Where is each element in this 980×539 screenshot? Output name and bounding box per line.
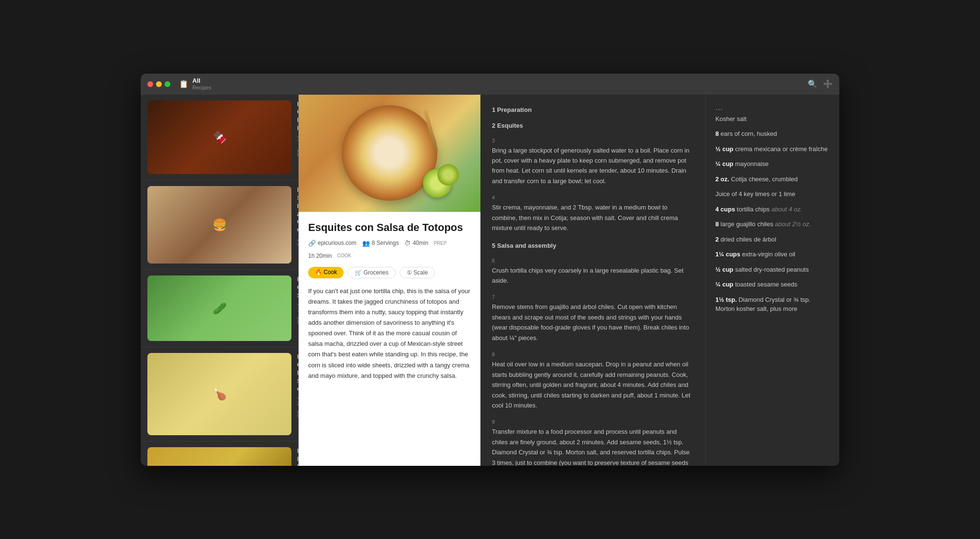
step-item: 6Crush tortilla chips very coarsely in a… bbox=[492, 258, 694, 286]
search-icon[interactable]: 🔍 bbox=[808, 79, 817, 88]
ingredient-name: extra-virgin olive oil bbox=[742, 251, 795, 258]
groceries-tag[interactable]: 🛒 Groceries bbox=[347, 267, 395, 278]
step-item: 1 Preparation bbox=[492, 106, 694, 113]
recipe-list-item[interactable]: 🍜Easy Lo Mein🔗 damndelicious.netThe easi… bbox=[141, 441, 298, 466]
app-window: 📋 All Recipes 🔍 ➕ 🍫Double Chocolate Bana… bbox=[141, 74, 839, 466]
window-subtitle: Recipes bbox=[192, 85, 212, 90]
step-number: 3 bbox=[492, 138, 694, 143]
traffic-lights bbox=[147, 81, 170, 87]
ingredient-amount: 2 bbox=[715, 236, 719, 243]
recipe-hero-image bbox=[299, 95, 480, 212]
step-section-title: 1 Preparation bbox=[492, 106, 694, 113]
step-section-title: 5 Salsa and assembly bbox=[492, 242, 694, 249]
ingredient-item: 2 dried chiles de árbol bbox=[715, 235, 830, 244]
prep-label: PREP bbox=[434, 241, 446, 246]
app-icon: 📋 bbox=[179, 79, 189, 88]
recipe-detail-title: Esquites con Salsa de Totopos bbox=[308, 221, 471, 234]
ingredient-amount: ¼ cup bbox=[715, 281, 734, 288]
add-icon[interactable]: ➕ bbox=[823, 79, 833, 88]
step-item: 5 Salsa and assembly bbox=[492, 242, 694, 249]
ingredient-item: ¼ cup mayonnaise bbox=[715, 159, 830, 169]
recipe-thumbnail: 🍫 bbox=[147, 100, 291, 174]
recipe-list-item[interactable]: 🥒Easy Cucumber Salad⏱ 190min🔗 thestayath… bbox=[141, 270, 298, 347]
recipe-list-item[interactable]: 🍔Double-Stack Mushroom and Chicken Chees… bbox=[141, 180, 298, 270]
close-button[interactable] bbox=[147, 81, 153, 87]
ingredient-name: crema mexicana or crème fraîche bbox=[735, 145, 828, 153]
ingredient-name: salted dry-roasted peanuts bbox=[735, 266, 809, 273]
ingredient-amount: ½ cup bbox=[715, 145, 734, 153]
scale-tag[interactable]: ① Scale bbox=[400, 267, 435, 278]
ingredient-name: tortilla chips bbox=[737, 206, 770, 213]
step-item: 2 Esquites bbox=[492, 122, 694, 129]
recipe-detail-meta: 🔗 epicurious.com 👥 8 Servings ⏱ 40min PR… bbox=[308, 240, 471, 259]
servings-text: 8 Servings bbox=[372, 240, 399, 246]
recipe-detail-body: Esquites con Salsa de Totopos 🔗 epicurio… bbox=[299, 212, 480, 391]
step-text: Bring a large stockpot of generously sal… bbox=[492, 145, 694, 187]
step-number: 7 bbox=[492, 294, 694, 300]
recipe-tags: 🔥 Cook 🛒 Groceries ① Scale bbox=[308, 267, 471, 278]
ingredient-amount: ¼ cup bbox=[715, 160, 734, 167]
steps-panel: 1 Preparation2 Esquites3Bring a large st… bbox=[480, 95, 705, 466]
main-content: Esquites con Salsa de Totopos 🔗 epicurio… bbox=[299, 95, 839, 466]
ingredient-item: 1½ tsp. Diamond Crystal or ¾ tsp. Morton… bbox=[715, 295, 830, 314]
ingredient-item: Juice of 4 key limes or 1 lime bbox=[715, 189, 830, 199]
people-icon: 👥 bbox=[362, 240, 370, 247]
step-item: 3Bring a large stockpot of generously sa… bbox=[492, 138, 694, 187]
recipe-thumbnail: 🍔 bbox=[147, 186, 291, 264]
cook-time-text: 1h 20min bbox=[308, 253, 332, 259]
ingredient-note: about 2½ oz. bbox=[775, 220, 811, 228]
ingredient-amount: 8 bbox=[715, 130, 719, 137]
ingredient-item: Kosher salt bbox=[715, 114, 830, 124]
step-item: 8Heat oil over low in a medium saucepan.… bbox=[492, 352, 694, 410]
more-options-button[interactable]: ··· bbox=[715, 104, 830, 114]
step-text: Stir crema, mayonnaise, and 2 Tbsp. wate… bbox=[492, 202, 694, 233]
ingredient-amount: 1½ tsp. bbox=[715, 296, 737, 303]
maximize-button[interactable] bbox=[165, 81, 170, 87]
cook-label: COOK bbox=[337, 253, 351, 258]
minimize-button[interactable] bbox=[156, 81, 162, 87]
window-title: All bbox=[192, 77, 212, 84]
recipe-detail-panel: Esquites con Salsa de Totopos 🔗 epicurio… bbox=[299, 95, 480, 466]
step-text: Heat oil over low in a medium saucepan. … bbox=[492, 359, 694, 410]
titlebar-actions: 🔍 ➕ bbox=[808, 79, 833, 88]
servings-info: 👥 8 Servings bbox=[362, 240, 399, 247]
prep-time-info: ⏱ 40min PREP bbox=[404, 240, 446, 247]
step-number: 4 bbox=[492, 195, 694, 200]
ingredient-amount: 1¼ cups bbox=[715, 251, 740, 258]
cook-tag[interactable]: 🔥 Cook bbox=[308, 267, 344, 278]
ingredient-name: Cotija cheese, crumbled bbox=[731, 176, 798, 183]
link-icon: 🔗 bbox=[308, 240, 316, 247]
recipe-source-link[interactable]: 🔗 epicurious.com bbox=[308, 240, 356, 247]
ingredient-item: 2 oz. Cotija cheese, crumbled bbox=[715, 175, 830, 184]
ingredient-amount: 8 bbox=[715, 220, 719, 228]
titlebar: 📋 All Recipes 🔍 ➕ bbox=[141, 74, 839, 95]
step-section-title: 2 Esquites bbox=[492, 122, 694, 129]
step-number: 9 bbox=[492, 419, 694, 425]
step-item: 4Stir crema, mayonnaise, and 2 Tbsp. wat… bbox=[492, 195, 694, 233]
step-item: 7Remove stems from guajillo and árbol ch… bbox=[492, 294, 694, 343]
recipe-list-item[interactable]: 🍫Double Chocolate Banana Bread⏱ 70min🔗 t… bbox=[141, 95, 298, 180]
ingredient-item: 8 ears of corn, husked bbox=[715, 129, 830, 139]
step-item: 9Transfer mixture to a food processor an… bbox=[492, 419, 694, 465]
cook-time-info: 1h 20min COOK bbox=[308, 253, 351, 259]
ingredient-item: 1¼ cups extra-virgin olive oil bbox=[715, 250, 830, 259]
ingredient-amount: 2 oz. bbox=[715, 176, 729, 183]
step-number: 6 bbox=[492, 258, 694, 264]
ingredient-name: dried chiles de árbol bbox=[721, 236, 776, 243]
ingredient-item: ½ cup salted dry-roasted peanuts bbox=[715, 265, 830, 275]
ingredient-amount: 4 cups bbox=[715, 206, 735, 213]
recipe-thumbnail: 🥒 bbox=[147, 275, 291, 341]
step-text: Transfer mixture to a food processor and… bbox=[492, 427, 694, 465]
ingredient-name: Juice of 4 key limes or 1 lime bbox=[715, 190, 795, 198]
source-text: epicurious.com bbox=[318, 240, 356, 246]
lime-garnish-2 bbox=[437, 164, 459, 186]
ingredient-name: Kosher salt bbox=[715, 115, 746, 122]
recipe-sidebar: 🍫Double Chocolate Banana Bread⏱ 70min🔗 t… bbox=[141, 95, 299, 466]
recipe-thumbnail: 🍜 bbox=[147, 447, 291, 466]
ingredient-name: toasted sesame seeds bbox=[735, 281, 797, 288]
ingredients-panel: ··· Kosher salt8 ears of corn, husked½ c… bbox=[705, 95, 839, 466]
ingredient-item: ½ cup crema mexicana or crème fraîche bbox=[715, 144, 830, 154]
recipe-description: If you can't eat just one tortilla chip,… bbox=[308, 286, 471, 381]
clock-icon: ⏱ bbox=[404, 240, 411, 247]
recipe-list-item[interactable]: 🍗Easy Garlic Lime Skillet Chicken⏱ 20min… bbox=[141, 347, 298, 441]
